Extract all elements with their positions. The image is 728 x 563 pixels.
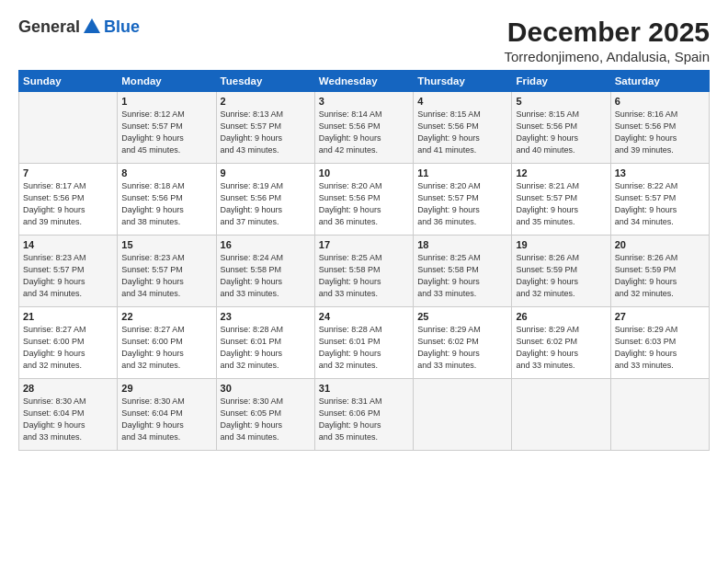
day-info: Sunrise: 8:14 AMSunset: 5:56 PMDaylight:… <box>319 109 409 156</box>
week-row: 21Sunrise: 8:27 AMSunset: 6:00 PMDayligh… <box>19 307 710 379</box>
logo: General Blue <box>18 17 140 37</box>
day-number: 7 <box>23 167 113 178</box>
calendar-cell: 12Sunrise: 8:21 AMSunset: 5:57 PMDayligh… <box>512 164 610 236</box>
day-info: Sunrise: 8:29 AMSunset: 6:03 PMDaylight:… <box>615 324 705 372</box>
day-info: Sunrise: 8:12 AMSunset: 5:57 PMDaylight:… <box>121 109 211 156</box>
day-info: Sunrise: 8:15 AMSunset: 5:56 PMDaylight:… <box>516 109 606 156</box>
calendar-cell: 3Sunrise: 8:14 AMSunset: 5:56 PMDaylight… <box>314 92 413 164</box>
day-number: 1 <box>121 96 211 107</box>
week-row: 28Sunrise: 8:30 AMSunset: 6:04 PMDayligh… <box>19 379 710 451</box>
day-info: Sunrise: 8:26 AMSunset: 5:59 PMDaylight:… <box>615 252 705 300</box>
calendar-cell: 19Sunrise: 8:26 AMSunset: 5:59 PMDayligh… <box>512 236 610 307</box>
day-info: Sunrise: 8:26 AMSunset: 5:59 PMDaylight:… <box>516 252 606 300</box>
day-info: Sunrise: 8:23 AMSunset: 5:57 PMDaylight:… <box>121 252 211 300</box>
day-number: 8 <box>121 167 211 178</box>
day-info: Sunrise: 8:13 AMSunset: 5:57 PMDaylight:… <box>221 109 311 156</box>
day-info: Sunrise: 8:17 AMSunset: 5:56 PMDaylight:… <box>23 180 113 228</box>
calendar-cell: 24Sunrise: 8:28 AMSunset: 6:01 PMDayligh… <box>314 307 413 379</box>
day-number: 11 <box>417 167 507 178</box>
calendar-cell <box>19 92 118 164</box>
day-number: 12 <box>516 167 606 178</box>
calendar-cell: 28Sunrise: 8:30 AMSunset: 6:04 PMDayligh… <box>19 379 118 451</box>
day-number: 15 <box>121 239 211 250</box>
calendar-cell: 17Sunrise: 8:25 AMSunset: 5:58 PMDayligh… <box>314 236 413 307</box>
header-cell-wednesday: Wednesday <box>314 71 413 92</box>
day-number: 4 <box>417 96 507 107</box>
header-row: SundayMondayTuesdayWednesdayThursdayFrid… <box>19 71 710 92</box>
day-number: 14 <box>23 239 113 250</box>
calendar-cell: 11Sunrise: 8:20 AMSunset: 5:57 PMDayligh… <box>414 164 512 236</box>
header: General Blue December 2025 Torredonjimen… <box>18 17 710 64</box>
day-number: 18 <box>417 239 507 250</box>
calendar-cell: 22Sunrise: 8:27 AMSunset: 6:00 PMDayligh… <box>118 307 216 379</box>
logo-icon <box>82 17 102 37</box>
day-number: 30 <box>221 383 311 394</box>
day-number: 3 <box>319 96 409 107</box>
week-row: 14Sunrise: 8:23 AMSunset: 5:57 PMDayligh… <box>19 236 710 307</box>
calendar-cell: 8Sunrise: 8:18 AMSunset: 5:56 PMDaylight… <box>118 164 216 236</box>
page: General Blue December 2025 Torredonjimen… <box>0 0 728 563</box>
calendar-cell: 6Sunrise: 8:16 AMSunset: 5:56 PMDaylight… <box>610 92 709 164</box>
day-info: Sunrise: 8:20 AMSunset: 5:56 PMDaylight:… <box>319 180 409 228</box>
calendar-cell: 20Sunrise: 8:26 AMSunset: 5:59 PMDayligh… <box>610 236 709 307</box>
header-cell-saturday: Saturday <box>610 71 709 92</box>
day-number: 13 <box>615 167 705 178</box>
header-cell-monday: Monday <box>118 71 216 92</box>
day-number: 6 <box>615 96 705 107</box>
day-info: Sunrise: 8:23 AMSunset: 5:57 PMDaylight:… <box>23 252 113 300</box>
day-number: 23 <box>221 311 311 322</box>
calendar-cell: 5Sunrise: 8:15 AMSunset: 5:56 PMDaylight… <box>512 92 610 164</box>
day-info: Sunrise: 8:29 AMSunset: 6:02 PMDaylight:… <box>417 324 507 372</box>
calendar-cell: 21Sunrise: 8:27 AMSunset: 6:00 PMDayligh… <box>19 307 118 379</box>
day-number: 20 <box>615 239 705 250</box>
day-number: 31 <box>319 383 409 394</box>
calendar-cell: 30Sunrise: 8:30 AMSunset: 6:05 PMDayligh… <box>216 379 314 451</box>
calendar-cell: 16Sunrise: 8:24 AMSunset: 5:58 PMDayligh… <box>216 236 314 307</box>
day-number: 22 <box>121 311 211 322</box>
day-number: 27 <box>615 311 705 322</box>
day-number: 17 <box>319 239 409 250</box>
month-title: December 2025 <box>505 17 710 47</box>
calendar-cell: 4Sunrise: 8:15 AMSunset: 5:56 PMDaylight… <box>414 92 512 164</box>
day-info: Sunrise: 8:21 AMSunset: 5:57 PMDaylight:… <box>516 180 606 228</box>
calendar-cell <box>610 379 709 451</box>
day-info: Sunrise: 8:31 AMSunset: 6:06 PMDaylight:… <box>319 396 409 443</box>
svg-marker-0 <box>84 18 100 33</box>
day-number: 10 <box>319 167 409 178</box>
calendar-cell: 15Sunrise: 8:23 AMSunset: 5:57 PMDayligh… <box>118 236 216 307</box>
calendar-cell: 25Sunrise: 8:29 AMSunset: 6:02 PMDayligh… <box>414 307 512 379</box>
day-info: Sunrise: 8:24 AMSunset: 5:58 PMDaylight:… <box>221 252 311 300</box>
day-number: 21 <box>23 311 113 322</box>
day-info: Sunrise: 8:30 AMSunset: 6:04 PMDaylight:… <box>23 396 113 443</box>
day-info: Sunrise: 8:25 AMSunset: 5:58 PMDaylight:… <box>417 252 507 300</box>
logo-general: General <box>18 17 80 37</box>
day-info: Sunrise: 8:30 AMSunset: 6:05 PMDaylight:… <box>221 396 311 443</box>
day-info: Sunrise: 8:25 AMSunset: 5:58 PMDaylight:… <box>319 252 409 300</box>
day-info: Sunrise: 8:27 AMSunset: 6:00 PMDaylight:… <box>121 324 211 372</box>
calendar-cell: 10Sunrise: 8:20 AMSunset: 5:56 PMDayligh… <box>314 164 413 236</box>
logo-text: General Blue <box>18 17 140 37</box>
week-row: 1Sunrise: 8:12 AMSunset: 5:57 PMDaylight… <box>19 92 710 164</box>
calendar-cell: 2Sunrise: 8:13 AMSunset: 5:57 PMDaylight… <box>216 92 314 164</box>
calendar-cell: 7Sunrise: 8:17 AMSunset: 5:56 PMDaylight… <box>19 164 118 236</box>
day-info: Sunrise: 8:20 AMSunset: 5:57 PMDaylight:… <box>417 180 507 228</box>
calendar-cell: 29Sunrise: 8:30 AMSunset: 6:04 PMDayligh… <box>118 379 216 451</box>
day-number: 25 <box>417 311 507 322</box>
day-info: Sunrise: 8:19 AMSunset: 5:56 PMDaylight:… <box>221 180 311 228</box>
calendar-header: SundayMondayTuesdayWednesdayThursdayFrid… <box>19 71 710 92</box>
calendar-cell: 23Sunrise: 8:28 AMSunset: 6:01 PMDayligh… <box>216 307 314 379</box>
calendar-body: 1Sunrise: 8:12 AMSunset: 5:57 PMDaylight… <box>19 92 710 451</box>
calendar-cell: 9Sunrise: 8:19 AMSunset: 5:56 PMDaylight… <box>216 164 314 236</box>
day-number: 24 <box>319 311 409 322</box>
day-info: Sunrise: 8:15 AMSunset: 5:56 PMDaylight:… <box>417 109 507 156</box>
calendar-cell: 27Sunrise: 8:29 AMSunset: 6:03 PMDayligh… <box>610 307 709 379</box>
day-info: Sunrise: 8:28 AMSunset: 6:01 PMDaylight:… <box>221 324 311 372</box>
day-number: 26 <box>516 311 606 322</box>
day-info: Sunrise: 8:28 AMSunset: 6:01 PMDaylight:… <box>319 324 409 372</box>
day-number: 28 <box>23 383 113 394</box>
header-cell-tuesday: Tuesday <box>216 71 314 92</box>
title-block: December 2025 Torredonjimeno, Andalusia,… <box>505 17 710 64</box>
day-number: 16 <box>221 239 311 250</box>
calendar-cell: 13Sunrise: 8:22 AMSunset: 5:57 PMDayligh… <box>610 164 709 236</box>
calendar-cell: 1Sunrise: 8:12 AMSunset: 5:57 PMDaylight… <box>118 92 216 164</box>
